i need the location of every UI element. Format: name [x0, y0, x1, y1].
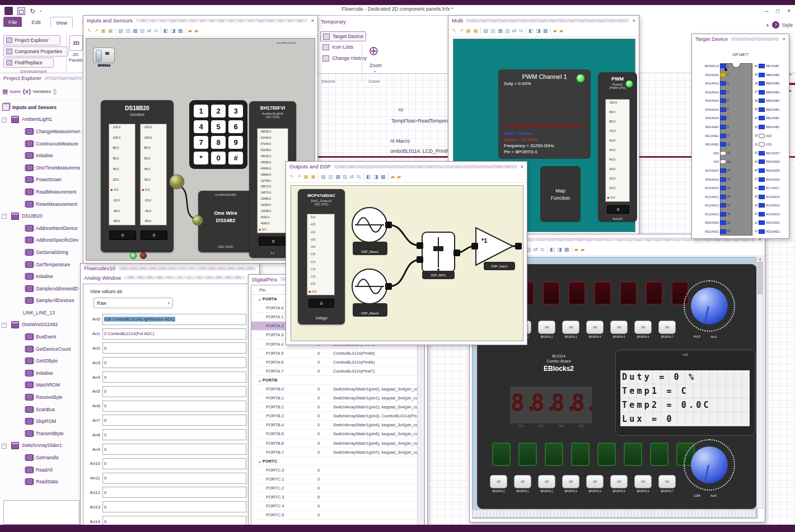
tree-item[interactable]: DS18B20 [0, 210, 83, 222]
tree-item[interactable]: SwitchArraySlider1 [0, 440, 83, 452]
tree-item[interactable]: AddressSpecificDev [0, 234, 83, 247]
close-icon[interactable]: × [311, 18, 314, 23]
toolbar-icon[interactable]: ▩ [564, 247, 569, 252]
toolbar-icon[interactable]: ▤ [118, 28, 123, 34]
chip-pin[interactable]: RC0/ANC0 15 [693, 185, 732, 191]
chip-pin[interactable]: 36 RB3/ANB3 [752, 98, 792, 103]
component-properties-button[interactable]: Component Properties [3, 46, 68, 57]
keypad-key[interactable]: 3 [228, 105, 243, 117]
dsp-gain-plate[interactable]: DSP_Gain1 [484, 262, 515, 270]
chip-pin[interactable]: 23 RC4/ANC4 [752, 211, 792, 217]
chip-pin[interactable]: RE0/ANE0 8 [693, 124, 732, 130]
tree-item[interactable]: ScanBus [0, 403, 83, 416]
tree-item[interactable]: ReceiveByte [0, 391, 83, 403]
flowcode-subwindow-titlebar[interactable]: Flowcodev10 [81, 263, 259, 273]
chip-pin[interactable]: 40 RB7/ANB7 [752, 63, 792, 69]
scroll-up-icon[interactable]: ▲ [757, 257, 763, 261]
off-button[interactable]: Off [514, 475, 531, 488]
analog-value-field[interactable]: 0 [102, 386, 246, 397]
help-icon[interactable]: ? [772, 21, 779, 29]
dsp-mix-plate[interactable]: DSP_MIX1 [422, 271, 455, 279]
analog-value-field[interactable]: 0 [102, 444, 246, 455]
keypad-key[interactable]: 9 [228, 136, 243, 149]
chip-pin[interactable]: RA4/ANA4 6 [693, 107, 732, 112]
multi-window-titlebar[interactable]: Multi × [448, 16, 639, 25]
toolbar-icon[interactable] [115, 27, 116, 34]
keypad-key[interactable]: 0 [211, 152, 226, 164]
toolbar-icon[interactable]: ▧ [140, 28, 145, 34]
toolbar-icon[interactable]: ▰ [559, 28, 563, 34]
off-button[interactable]: Off [586, 475, 604, 488]
toolbar-icon[interactable] [526, 27, 526, 34]
maximize-button[interactable]: □ [776, 8, 779, 14]
ds18b20-component[interactable]: DS18B20 DS18B20 125.0105.085.065.045.025… [101, 100, 174, 252]
tree-item[interactable]: OneWireDS2482 [0, 319, 83, 331]
tree-item[interactable]: Inputs and Sensors [0, 101, 83, 114]
toolbar-icon[interactable]: ▤ [321, 174, 326, 180]
tree-item[interactable]: MatchROM [0, 379, 83, 392]
tree-item[interactable]: BusEvent [0, 331, 83, 343]
pot-knob-ball[interactable] [691, 288, 728, 324]
chip-pin[interactable]: VSS 12 [693, 159, 732, 164]
chip-pin[interactable]: 35 RB2/ANB2 [752, 107, 792, 112]
toolbar-icon[interactable] [480, 27, 481, 34]
tree-item[interactable]: ReadMeasurement [0, 186, 83, 198]
toolbar-icon[interactable]: ▧ [505, 28, 510, 34]
toolbar-icon[interactable]: ▩ [543, 28, 548, 34]
toolbar-icon[interactable]: ↖ [290, 174, 294, 180]
chip-pin[interactable]: 39 RB6/ANB6 [752, 72, 792, 78]
toolbar-icon[interactable]: ▥ [125, 28, 130, 34]
chip-pin[interactable]: RD0/AND0 19 [693, 220, 732, 225]
tree-item[interactable]: AddressNextDevice [0, 222, 83, 234]
toolbar-icon[interactable] [363, 173, 364, 180]
digital-pin-row[interactable]: PORTB.6 0 SwitchArraySlider1(pin6), keyp… [251, 439, 424, 448]
tree-item[interactable]: ResetMeasurement [0, 198, 83, 210]
toolbar-icon[interactable]: ⇄ [350, 174, 354, 180]
toolbar-icon[interactable] [161, 27, 161, 34]
save-icon[interactable] [17, 7, 25, 15]
green-button[interactable] [492, 442, 511, 466]
toolbar-icon[interactable]: ⇆ [357, 174, 361, 180]
toolbar-icon[interactable] [550, 27, 551, 34]
digital-pin-row[interactable]: PORTB [251, 376, 424, 385]
digital-pin-row[interactable]: PORTA.5 0 ComboBL0114(PinA5) [251, 349, 424, 358]
chip-pin[interactable]: 38 RB5/ANB5 [752, 81, 792, 86]
tree-item[interactable]: GetHandle [0, 451, 83, 464]
pot-knob[interactable] [684, 280, 735, 332]
digital-pin-row[interactable]: PORTB.2 0 SwitchArraySlider1(pin2), keyp… [251, 403, 424, 412]
keypad-key[interactable]: # [228, 152, 243, 164]
off-button[interactable]: Off [490, 475, 507, 488]
chip-pin[interactable]: RA3/ANA3 5 [693, 98, 732, 103]
keypad-key[interactable]: 6 [228, 120, 243, 133]
chip-pin[interactable]: RC3/ANC3 18 [693, 211, 732, 217]
tree-item[interactable]: SampleAddressedD [0, 283, 83, 295]
keypad-key[interactable]: * [194, 152, 208, 164]
toolbar-icon[interactable] [388, 173, 389, 180]
ds18b20-scale-2[interactable]: 125.0105.085.065.045.025.05.0-15.0-35.0-… [140, 124, 167, 225]
chip-pin[interactable]: RE1/ANE1 9 [693, 133, 732, 139]
analog-value-field[interactable]: 0 [102, 501, 246, 512]
toolbar-icon[interactable]: ◨ [536, 28, 541, 34]
style-button[interactable]: Style [782, 22, 793, 28]
chip-pin[interactable]: 22 RD3/AND3 [752, 220, 792, 225]
toolbar-icon[interactable]: ◨ [557, 247, 562, 252]
toolbar-icon[interactable]: ▰ [581, 247, 584, 252]
tree-item[interactable]: SampleAllDevices [0, 295, 83, 307]
keypad-key[interactable]: 7 [194, 136, 208, 149]
toolbar-icon[interactable]: ▰ [188, 28, 192, 34]
chip-pin[interactable]: RA0/ANA0 2 [693, 72, 732, 78]
toolbar-icon[interactable]: ▤ [483, 28, 488, 34]
digital-pin-row[interactable]: PORTC.5 0 [251, 511, 424, 520]
chip-pin[interactable]: RD1/AND1 20 [693, 229, 732, 234]
off-button[interactable]: Off [610, 321, 628, 334]
chip-pin[interactable]: 28 RD5/AND5 [752, 168, 792, 173]
analog-value-field[interactable]: 0 [102, 415, 246, 426]
chip-pin[interactable]: 37 RB4/ANB4 [752, 90, 792, 95]
chip-pin[interactable]: 33 RB0/ANB0 [752, 124, 792, 130]
tree-item[interactable]: TransmitByte [0, 427, 83, 440]
toolbar-icon[interactable]: ▩ [178, 28, 183, 34]
tree-item[interactable]: PowerDown [0, 174, 83, 186]
toolbar-icon[interactable]: ▦ [498, 28, 503, 34]
view-toggle-item[interactable]: Target Device [320, 31, 366, 41]
map-function-component[interactable]: Map Function [540, 166, 581, 222]
